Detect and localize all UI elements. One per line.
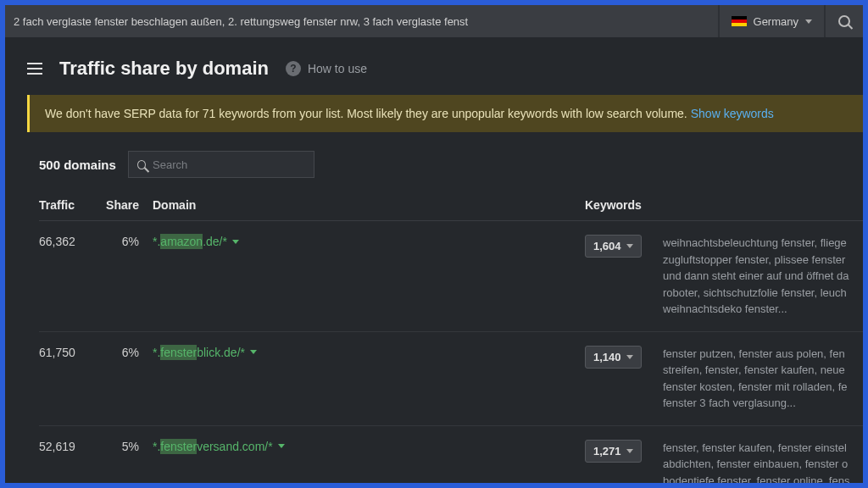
show-keywords-link[interactable]: Show keywords bbox=[691, 107, 774, 120]
chevron-down-icon bbox=[805, 19, 812, 24]
keywords-count-button[interactable]: 1,271 bbox=[585, 440, 642, 463]
domain-link[interactable]: *.fensterblick.de/* bbox=[153, 346, 245, 359]
share-value: 6% bbox=[100, 346, 153, 359]
traffic-value: 61,750 bbox=[39, 346, 100, 359]
domain-search-box[interactable] bbox=[128, 151, 314, 178]
chevron-down-icon[interactable] bbox=[232, 240, 239, 244]
page-header: Traffic share by domain ? How to use bbox=[5, 37, 863, 95]
search-button[interactable] bbox=[826, 5, 863, 37]
controls-row: 500 domains bbox=[5, 132, 863, 190]
chevron-down-icon[interactable] bbox=[278, 444, 285, 448]
domain-link[interactable]: *.fensterversand.com/* bbox=[153, 440, 273, 453]
table-header: Traffic Share Domain Keywords bbox=[39, 190, 863, 221]
flag-germany-icon bbox=[732, 16, 747, 26]
top-bar: 2 fach verglaste fenster beschlagen auße… bbox=[5, 5, 863, 37]
how-to-use-label: How to use bbox=[308, 62, 367, 75]
traffic-value: 52,619 bbox=[39, 440, 100, 453]
keywords-count-button[interactable]: 1,604 bbox=[585, 235, 642, 258]
domains-table: Traffic Share Domain Keywords 66,362 6% … bbox=[5, 190, 863, 483]
share-value: 5% bbox=[100, 440, 153, 453]
col-share[interactable]: Share bbox=[100, 198, 153, 212]
country-label: Germany bbox=[754, 15, 798, 28]
keywords-count-button[interactable]: 1,140 bbox=[585, 346, 642, 369]
alert-message: We don't have SERP data for 71 keywords … bbox=[45, 107, 687, 120]
domain-link[interactable]: *.amazon.de/* bbox=[153, 235, 227, 248]
col-traffic[interactable]: Traffic bbox=[39, 198, 100, 212]
keywords-count: 1,140 bbox=[593, 351, 621, 363]
domain-count: 500 domains bbox=[39, 158, 116, 172]
traffic-value: 66,362 bbox=[39, 235, 100, 248]
keywords-preview: fenster, fenster kaufen, fenster einstel… bbox=[653, 440, 863, 484]
chevron-down-icon bbox=[626, 244, 633, 248]
table-row: 61,750 6% *.fensterblick.de/* 1,140 fens… bbox=[39, 332, 863, 426]
chevron-down-icon bbox=[626, 355, 633, 359]
alert-banner: We don't have SERP data for 71 keywords … bbox=[27, 95, 863, 132]
menu-icon[interactable] bbox=[27, 63, 42, 75]
question-icon: ? bbox=[286, 61, 301, 76]
how-to-use-link[interactable]: ? How to use bbox=[286, 61, 367, 76]
keywords-count: 1,604 bbox=[593, 240, 621, 252]
share-value: 6% bbox=[100, 235, 153, 248]
domain-search-input[interactable] bbox=[153, 158, 305, 171]
country-selector[interactable]: Germany bbox=[720, 5, 824, 37]
search-icon bbox=[137, 160, 146, 169]
chevron-down-icon[interactable] bbox=[250, 350, 257, 354]
keywords-input[interactable]: 2 fach verglaste fenster beschlagen auße… bbox=[5, 5, 718, 37]
col-domain[interactable]: Domain bbox=[153, 198, 585, 212]
search-icon bbox=[838, 15, 850, 27]
col-keywords[interactable]: Keywords bbox=[585, 198, 653, 212]
keywords-count: 1,271 bbox=[593, 445, 621, 458]
keywords-preview: weihnachtsbeleuchtung fenster, fliege zu… bbox=[653, 235, 863, 318]
table-row: 52,619 5% *.fensterversand.com/* 1,271 f… bbox=[39, 426, 863, 484]
table-row: 66,362 6% *.amazon.de/* 1,604 weihnachts… bbox=[39, 221, 863, 332]
keywords-preview: fenster putzen, fenster aus polen, fen s… bbox=[653, 346, 863, 412]
chevron-down-icon bbox=[626, 449, 633, 453]
page-title: Traffic share by domain bbox=[59, 58, 269, 80]
